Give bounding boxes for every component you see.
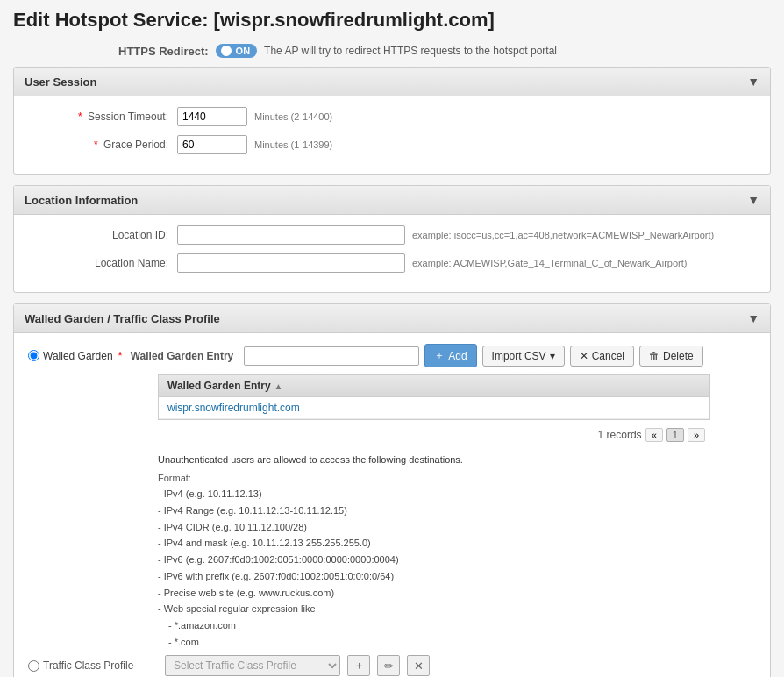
page-title: Edit Hotspot Service: [wispr.snowfiredru…	[13, 9, 771, 32]
tcp-select[interactable]: Select Traffic Class Profile	[165, 655, 340, 676]
grace-period-input[interactable]	[177, 135, 247, 154]
user-session-title: User Session	[25, 75, 96, 89]
pagination-next[interactable]: »	[688, 428, 705, 442]
location-id-hint: example: isocc=us,cc=1,ac=408,network=AC…	[412, 230, 714, 240]
session-timeout-label: * Session Timeout:	[28, 110, 168, 123]
location-information-header[interactable]: Location Information ▼	[14, 186, 770, 215]
wg-pagination: 1 records « 1 »	[158, 425, 710, 445]
walled-garden-radio-label[interactable]: Walled Garden	[28, 350, 113, 362]
list-item: - IPv4 and mask (e.g. 10.11.12.13 255.25…	[158, 535, 756, 552]
wg-table: Walled Garden Entry ▲ wispr.snowfiredrum…	[158, 374, 710, 420]
tcp-add-button[interactable]: ＋	[347, 655, 370, 676]
location-name-hint: example: ACMEWISP,Gate_14_Terminal_C_of_…	[412, 258, 687, 268]
traffic-class-profile-row: Traffic Class Profile Select Traffic Cla…	[28, 655, 756, 676]
pagination-prev[interactable]: «	[645, 428, 663, 442]
walled-garden-title: Walled Garden / Traffic Class Profile	[25, 312, 220, 325]
location-name-input[interactable]	[177, 253, 405, 273]
list-item: - IPv6 (e.g. 2607:f0d0:1002:0051:0000:00…	[158, 552, 756, 568]
wg-entry-star: *	[118, 349, 123, 362]
table-row[interactable]: wispr.snowfiredrumlight.com	[159, 397, 709, 419]
info-list: - IPv4 (e.g. 10.11.12.13)- IPv4 Range (e…	[158, 486, 756, 650]
https-redirect-description: The AP will try to redirect HTTPS reques…	[264, 45, 557, 57]
list-item: - Precise web site (e.g. www.ruckus.com)	[158, 585, 756, 602]
tcp-radio-label[interactable]: Traffic Class Profile	[28, 659, 158, 672]
pagination-current: 1	[666, 428, 684, 442]
grace-period-hint: Minutes (1-14399)	[254, 139, 332, 150]
list-item: - *.amazon.com	[168, 617, 756, 634]
location-id-input[interactable]	[177, 225, 405, 245]
wg-table-header: Walled Garden Entry ▲	[159, 375, 709, 397]
tcp-edit-button[interactable]: ✏	[377, 655, 400, 676]
https-redirect-toggle[interactable]: ON	[216, 44, 258, 58]
info-box: Unauthenticated users are allowed to acc…	[158, 452, 756, 650]
info-title: Unauthenticated users are allowed to acc…	[158, 452, 756, 468]
list-item: - Web special regular expression like	[158, 601, 756, 617]
list-item: - IPv6 with prefix (e.g. 2607:f0d0:1002:…	[158, 568, 756, 585]
list-item: - IPv4 CIDR (e.g. 10.11.12.100/28)	[158, 519, 756, 536]
session-timeout-hint: Minutes (2-14400)	[254, 111, 332, 122]
location-information-chevron: ▼	[747, 193, 759, 207]
user-session-panel: User Session ▼ * Session Timeout: Minute…	[13, 67, 771, 175]
location-id-label: Location ID:	[28, 229, 168, 241]
walled-garden-panel: Walled Garden / Traffic Class Profile ▼ …	[13, 303, 771, 677]
user-session-header[interactable]: User Session ▼	[14, 68, 770, 96]
https-redirect-label: HTTPS Redirect:	[118, 45, 209, 58]
import-dropdown-icon: ▾	[550, 350, 555, 362]
add-button[interactable]: ＋ Add	[424, 344, 476, 367]
list-item: - IPv4 Range (e.g. 10.11.12.13-10.11.12.…	[158, 502, 756, 519]
wg-entry-label: Walled Garden Entry	[131, 350, 234, 362]
sort-icon[interactable]: ▲	[274, 381, 283, 391]
delete-button[interactable]: 🗑 Delete	[639, 346, 703, 367]
records-count: 1 records	[598, 429, 642, 441]
session-timeout-input[interactable]	[177, 107, 247, 126]
location-information-title: Location Information	[25, 194, 138, 207]
delete-icon: 🗑	[649, 350, 659, 362]
session-timeout-star: *	[78, 110, 82, 123]
walled-garden-chevron: ▼	[747, 311, 759, 325]
tcp-delete-button[interactable]: ✕	[407, 655, 430, 676]
grace-period-label: * Grace Period:	[28, 139, 168, 151]
location-name-label: Location Name:	[28, 257, 168, 269]
location-information-panel: Location Information ▼ Location ID: exam…	[13, 185, 771, 293]
cancel-button[interactable]: ✕ Cancel	[570, 346, 634, 367]
cancel-icon: ✕	[580, 350, 588, 362]
import-csv-button[interactable]: Import CSV ▾	[482, 346, 565, 367]
walled-garden-radio[interactable]	[28, 350, 39, 361]
add-icon: ＋	[434, 348, 445, 363]
list-item: - IPv4 (e.g. 10.11.12.13)	[158, 486, 756, 502]
user-session-chevron: ▼	[747, 75, 759, 89]
tcp-radio[interactable]	[28, 660, 39, 672]
grace-period-star: *	[94, 139, 98, 151]
wg-entry-input[interactable]	[244, 346, 419, 366]
list-item: - *.com	[168, 634, 756, 651]
info-format: Format:	[158, 470, 756, 487]
walled-garden-header[interactable]: Walled Garden / Traffic Class Profile ▼	[14, 304, 770, 333]
